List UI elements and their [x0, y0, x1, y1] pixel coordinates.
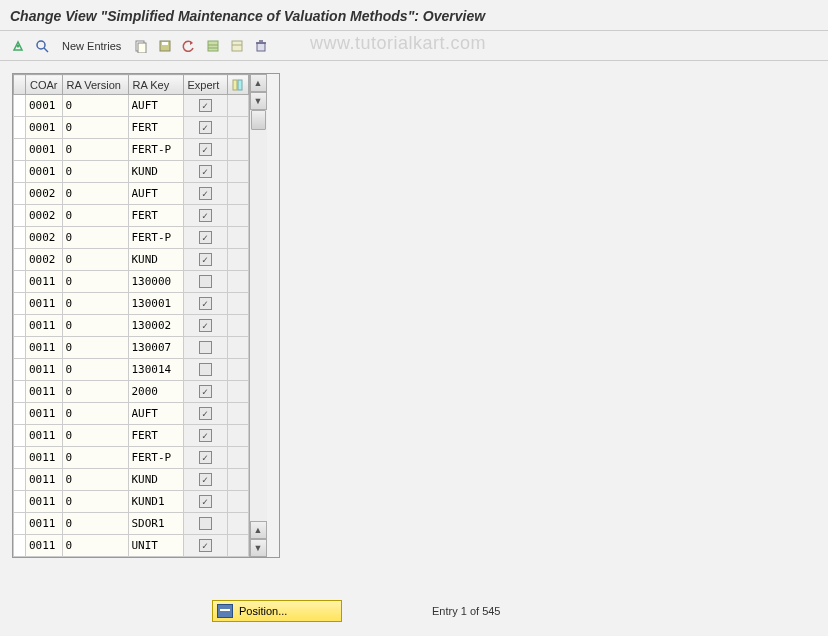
- expert-checkbox[interactable]: [199, 385, 212, 398]
- ra-key-input[interactable]: [129, 491, 183, 512]
- coar-input[interactable]: [26, 183, 62, 204]
- expert-checkbox[interactable]: [199, 539, 212, 552]
- ra-key-input[interactable]: [129, 337, 183, 358]
- undo-icon[interactable]: [179, 36, 199, 56]
- ra-version-input[interactable]: [63, 271, 128, 292]
- coar-input[interactable]: [26, 205, 62, 226]
- coar-input[interactable]: [26, 469, 62, 490]
- coar-input[interactable]: [26, 315, 62, 336]
- ra-version-input[interactable]: [63, 447, 128, 468]
- row-selector[interactable]: [14, 513, 26, 535]
- expert-checkbox[interactable]: [199, 495, 212, 508]
- col-header-ra-version[interactable]: RA Version: [62, 75, 128, 95]
- scroll-page-up-button[interactable]: ▲: [250, 521, 267, 539]
- ra-version-input[interactable]: [63, 117, 128, 138]
- row-selector[interactable]: [14, 271, 26, 293]
- ra-version-input[interactable]: [63, 139, 128, 160]
- ra-key-input[interactable]: [129, 249, 183, 270]
- new-entries-button[interactable]: New Entries: [56, 38, 127, 54]
- row-selector[interactable]: [14, 381, 26, 403]
- coar-input[interactable]: [26, 381, 62, 402]
- ra-key-input[interactable]: [129, 117, 183, 138]
- coar-input[interactable]: [26, 425, 62, 446]
- row-selector[interactable]: [14, 161, 26, 183]
- ra-key-input[interactable]: [129, 513, 183, 534]
- ra-key-input[interactable]: [129, 161, 183, 182]
- row-selector[interactable]: [14, 117, 26, 139]
- coar-input[interactable]: [26, 139, 62, 160]
- row-selector[interactable]: [14, 359, 26, 381]
- ra-key-input[interactable]: [129, 535, 183, 556]
- coar-input[interactable]: [26, 337, 62, 358]
- ra-version-input[interactable]: [63, 183, 128, 204]
- coar-input[interactable]: [26, 447, 62, 468]
- ra-key-input[interactable]: [129, 205, 183, 226]
- expert-checkbox[interactable]: [199, 407, 212, 420]
- expert-checkbox[interactable]: [199, 297, 212, 310]
- ra-key-input[interactable]: [129, 183, 183, 204]
- expert-checkbox[interactable]: [199, 253, 212, 266]
- coar-input[interactable]: [26, 161, 62, 182]
- ra-key-input[interactable]: [129, 139, 183, 160]
- ra-version-input[interactable]: [63, 381, 128, 402]
- expert-checkbox[interactable]: [199, 187, 212, 200]
- row-selector[interactable]: [14, 403, 26, 425]
- ra-key-input[interactable]: [129, 315, 183, 336]
- row-selector[interactable]: [14, 425, 26, 447]
- ra-key-input[interactable]: [129, 293, 183, 314]
- col-header-ra-key[interactable]: RA Key: [128, 75, 183, 95]
- ra-version-input[interactable]: [63, 205, 128, 226]
- row-selector[interactable]: [14, 249, 26, 271]
- expert-checkbox[interactable]: [199, 517, 212, 530]
- select-all-rows[interactable]: [14, 75, 26, 95]
- row-selector[interactable]: [14, 205, 26, 227]
- row-selector[interactable]: [14, 447, 26, 469]
- expert-checkbox[interactable]: [199, 473, 212, 486]
- ra-key-input[interactable]: [129, 403, 183, 424]
- coar-input[interactable]: [26, 95, 62, 116]
- ra-version-input[interactable]: [63, 161, 128, 182]
- expert-checkbox[interactable]: [199, 429, 212, 442]
- ra-key-input[interactable]: [129, 359, 183, 380]
- find-icon[interactable]: [32, 36, 52, 56]
- scroll-page-down-button[interactable]: ▼: [250, 539, 267, 557]
- ra-version-input[interactable]: [63, 249, 128, 270]
- row-selector[interactable]: [14, 139, 26, 161]
- row-selector[interactable]: [14, 293, 26, 315]
- expert-checkbox[interactable]: [199, 275, 212, 288]
- scroll-down-button[interactable]: ▼: [250, 92, 267, 110]
- configure-columns-icon[interactable]: [227, 75, 248, 95]
- position-button[interactable]: Position...: [212, 600, 342, 622]
- coar-input[interactable]: [26, 117, 62, 138]
- deselect-all-icon[interactable]: [227, 36, 247, 56]
- ra-version-input[interactable]: [63, 513, 128, 534]
- ra-version-input[interactable]: [63, 425, 128, 446]
- coar-input[interactable]: [26, 513, 62, 534]
- coar-input[interactable]: [26, 535, 62, 556]
- row-selector[interactable]: [14, 337, 26, 359]
- expert-checkbox[interactable]: [199, 363, 212, 376]
- ra-version-input[interactable]: [63, 337, 128, 358]
- ra-key-input[interactable]: [129, 271, 183, 292]
- expert-checkbox[interactable]: [199, 341, 212, 354]
- ra-version-input[interactable]: [63, 227, 128, 248]
- ra-version-input[interactable]: [63, 469, 128, 490]
- row-selector[interactable]: [14, 95, 26, 117]
- col-header-coar[interactable]: COAr: [26, 75, 63, 95]
- row-selector[interactable]: [14, 535, 26, 557]
- ra-version-input[interactable]: [63, 403, 128, 424]
- row-selector[interactable]: [14, 183, 26, 205]
- ra-key-input[interactable]: [129, 469, 183, 490]
- ra-version-input[interactable]: [63, 535, 128, 556]
- delete-icon[interactable]: [251, 36, 271, 56]
- coar-input[interactable]: [26, 271, 62, 292]
- coar-input[interactable]: [26, 227, 62, 248]
- scroll-thumb[interactable]: [251, 110, 266, 130]
- expert-checkbox[interactable]: [199, 121, 212, 134]
- vertical-scrollbar[interactable]: ▲ ▼ ▲ ▼: [249, 74, 267, 557]
- row-selector[interactable]: [14, 491, 26, 513]
- coar-input[interactable]: [26, 249, 62, 270]
- row-selector[interactable]: [14, 227, 26, 249]
- col-header-expert[interactable]: Expert: [183, 75, 227, 95]
- scroll-track[interactable]: [250, 110, 267, 521]
